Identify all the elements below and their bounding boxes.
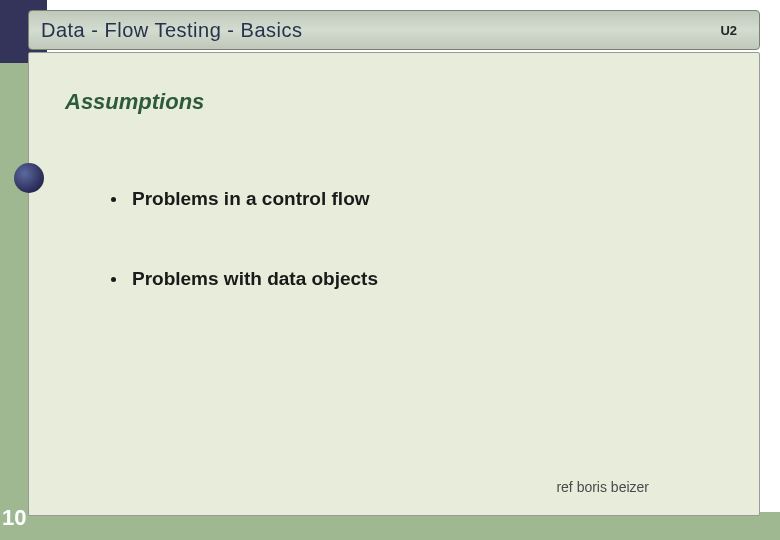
- footer-reference: ref boris beizer: [556, 479, 649, 495]
- bullet-icon: [111, 197, 116, 202]
- slide-content-panel: Assumptions Problems in a control flow P…: [28, 52, 760, 516]
- list-item-text: Problems in a control flow: [132, 188, 370, 210]
- list-item-text: Problems with data objects: [132, 268, 378, 290]
- unit-tag: U2: [720, 23, 737, 38]
- slide-number: 10: [2, 505, 26, 531]
- slide-header-bar: Data - Flow Testing - Basics U2: [28, 10, 760, 50]
- slide-title: Data - Flow Testing - Basics: [41, 19, 303, 42]
- bottom-background-stripe: [47, 512, 780, 540]
- list-item: Problems with data objects: [111, 268, 378, 290]
- bullet-icon: [111, 277, 116, 282]
- section-heading: Assumptions: [65, 89, 204, 115]
- list-item: Problems in a control flow: [111, 188, 370, 210]
- bullet-sphere-icon: [14, 163, 44, 193]
